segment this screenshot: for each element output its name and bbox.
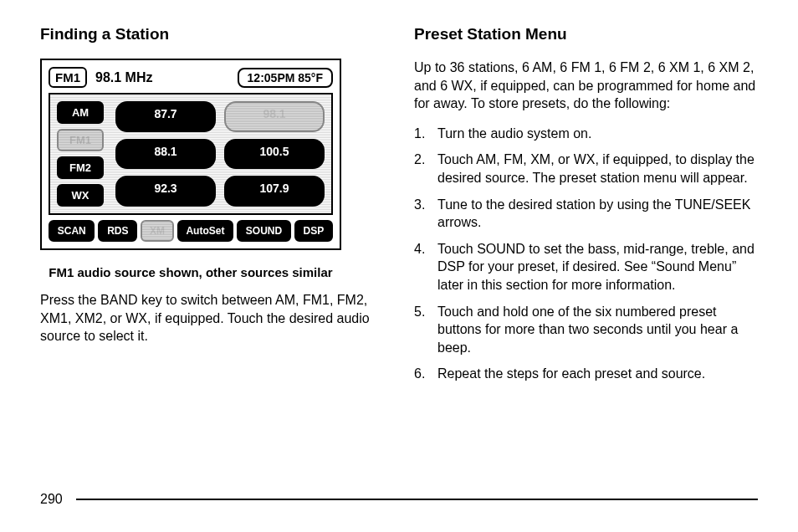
source-am-button[interactable]: AM bbox=[57, 101, 104, 124]
right-intro: Up to 36 stations, 6 AM, 6 FM 1, 6 FM 2,… bbox=[414, 59, 758, 113]
source-fm1-button[interactable]: FM1 bbox=[57, 129, 104, 151]
steps-list: Turn the audio system on. Touch AM, FM, … bbox=[414, 125, 758, 383]
page-number: 290 bbox=[40, 492, 63, 507]
preset-3-button[interactable]: 88.1 bbox=[115, 139, 216, 170]
sound-button[interactable]: SOUND bbox=[237, 220, 291, 242]
band-indicator: FM1 bbox=[49, 67, 87, 88]
right-column: Preset Station Menu Up to 36 stations, 6… bbox=[414, 25, 758, 391]
preset-1-button[interactable]: 87.7 bbox=[115, 101, 216, 132]
left-heading: Finding a Station bbox=[40, 25, 384, 43]
step-item: Tune to the desired station by using the… bbox=[414, 196, 758, 232]
preset-2-button[interactable]: 98.1 bbox=[224, 101, 325, 132]
source-wx-button[interactable]: WX bbox=[57, 184, 104, 207]
preset-4-button[interactable]: 100.5 bbox=[224, 139, 325, 170]
left-paragraph: Press the BAND key to switch between AM,… bbox=[40, 291, 384, 345]
scan-button[interactable]: SCAN bbox=[49, 220, 95, 242]
figure-caption: FM1 audio source shown, other sources si… bbox=[40, 265, 341, 279]
step-item: Repeat the steps for each preset and sou… bbox=[414, 365, 758, 383]
step-item: Touch AM, FM, XM, or WX, if equipped, to… bbox=[414, 151, 758, 187]
left-column: Finding a Station FM1 98.1 MHz 12:05PM 8… bbox=[40, 25, 384, 391]
xm-button[interactable]: XM bbox=[141, 220, 173, 242]
dsp-button[interactable]: DSP bbox=[294, 220, 333, 242]
rds-button[interactable]: RDS bbox=[98, 220, 137, 242]
preset-5-button[interactable]: 92.3 bbox=[115, 176, 216, 207]
right-heading: Preset Station Menu bbox=[414, 25, 758, 43]
footer-rule bbox=[76, 499, 758, 500]
step-item: Touch and hold one of the six numbered p… bbox=[414, 303, 758, 357]
frequency-readout: 98.1 MHz bbox=[92, 70, 233, 85]
step-item: Touch SOUND to set the bass, mid-range, … bbox=[414, 240, 758, 294]
autoset-button[interactable]: AutoSet bbox=[177, 220, 233, 242]
clock-temp-readout: 12:05PM 85°F bbox=[238, 68, 333, 88]
step-item: Turn the audio system on. bbox=[414, 125, 758, 143]
source-fm2-button[interactable]: FM2 bbox=[57, 156, 104, 179]
radio-figure: FM1 98.1 MHz 12:05PM 85°F AM FM1 FM2 WX … bbox=[40, 59, 341, 250]
preset-6-button[interactable]: 107.9 bbox=[224, 176, 325, 207]
page-footer: 290 bbox=[40, 492, 758, 507]
